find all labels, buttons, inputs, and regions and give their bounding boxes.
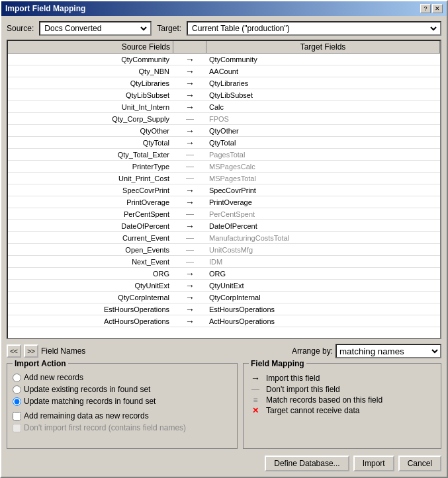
table-scroll-area[interactable]: QtyCommunity→QtyCommunityQty_NBN→AACount… — [8, 54, 440, 338]
arrow-cell: — — [173, 114, 206, 124]
source-field-cell: PrintOverage — [8, 198, 173, 206]
import-action-radio[interactable] — [13, 374, 21, 382]
cannot-receive-icon: ✕ — [252, 406, 259, 415]
table-row[interactable]: Unit_Int_Intern→Calc — [8, 101, 440, 113]
import-action-radio[interactable] — [13, 385, 21, 394]
field-mapping-title: Field Mapping — [249, 359, 306, 368]
match-records-icon: ≡ — [253, 395, 257, 405]
radio-label: Update existing records in found set — [24, 385, 150, 394]
prev-button[interactable]: << — [7, 344, 21, 358]
target-combo[interactable]: Current Table ("production") — [187, 21, 441, 36]
table-row[interactable]: ActHoursOperations→ActHoursOperations — [8, 315, 440, 327]
add-remaining-row: Add remaining data as new records Don't … — [13, 411, 232, 432]
dont-import-first-label: Don't import first record (contains fiel… — [24, 423, 186, 432]
table-row[interactable]: DateOfPercent→DateOfPercent — [8, 220, 440, 232]
import-action-panel: Import Action Add new recordsUpdate exis… — [7, 363, 238, 449]
arrow-cell: → — [173, 292, 206, 303]
target-field-cell: PerCentSpent — [206, 210, 440, 218]
import-arrow-icon: → — [185, 102, 195, 112]
table-row[interactable]: Next_Event—IDM — [8, 256, 440, 268]
table-row[interactable]: QtyOther→QtyOther — [8, 125, 440, 137]
source-select[interactable]: Docs Converted — [42, 23, 149, 34]
field-names-label: Field Names — [41, 346, 85, 356]
target-select[interactable]: Current Table ("production") — [189, 23, 439, 34]
arrow-cell: → — [173, 78, 206, 89]
no-import-dash-icon: — — [186, 210, 194, 219]
arrange-label: Arrange by: — [292, 346, 333, 356]
table-row[interactable]: QtyUnitExt→QtyUnitExt — [8, 280, 440, 292]
arrow-cell: → — [173, 221, 206, 231]
target-field-cell: AACount — [206, 67, 440, 75]
table-row[interactable]: PerCentSpent—PerCentSpent — [8, 208, 440, 220]
import-field-icon: → — [251, 373, 260, 383]
define-database-button[interactable]: Define Database... — [265, 456, 349, 471]
source-field-cell: Next_Event — [8, 258, 173, 266]
no-import-dash-icon: — — [186, 257, 194, 266]
source-combo[interactable]: Docs Converted — [39, 21, 152, 36]
table-row[interactable]: Unit_Print_Cost—MSPagesTotal — [8, 173, 440, 184]
action-buttons: Define Database... Import Cancel — [265, 456, 441, 471]
field-mapping-table: Source Fields Target Fields QtyCommunity… — [7, 40, 441, 339]
source-field-cell: Unit_Int_Intern — [8, 103, 173, 111]
mapping-legend-row: —Don't import this field — [249, 385, 435, 394]
dont-import-icon: — — [251, 385, 259, 394]
arrow-cell: — — [173, 162, 206, 171]
source-field-cell: EstHoursOperations — [8, 305, 173, 313]
add-remaining-label: Add remaining data as new records — [24, 411, 149, 420]
next-button[interactable]: >> — [24, 344, 38, 358]
source-field-cell: ORG — [8, 270, 173, 278]
table-row[interactable]: PrintOverage→PrintOverage — [8, 196, 440, 208]
source-field-cell: DateOfPercent — [8, 222, 173, 230]
no-import-dash-icon: — — [186, 233, 194, 243]
target-field-cell: PrintOverage — [206, 198, 440, 206]
close-button[interactable]: ✕ — [432, 4, 443, 13]
import-arrow-icon: → — [185, 304, 195, 315]
table-row[interactable]: Qty_Corp_Supply—FPOS — [8, 113, 440, 125]
source-field-cell: QtyLibSubset — [8, 91, 173, 99]
source-field-cell: Qty_Total_Exter — [8, 151, 173, 159]
arrow-cell: — — [173, 150, 206, 159]
import-arrow-icon: → — [185, 280, 195, 291]
table-row[interactable]: QtyCommunity→QtyCommunity — [8, 54, 440, 65]
table-row[interactable]: Qty_NBN→AACount — [8, 65, 440, 77]
table-body-area: QtyCommunity→QtyCommunityQty_NBN→AACount… — [8, 54, 440, 338]
import-arrow-icon: → — [185, 292, 195, 303]
source-field-cell: SpecCovrPrint — [8, 186, 173, 194]
mapping-legend-row: →Import this field — [249, 373, 435, 383]
table-row[interactable]: Qty_Total_Exter—PagesTotal — [8, 149, 440, 161]
table-row[interactable]: QtyLibraries→QtyLibraries — [8, 77, 440, 89]
target-field-cell: PagesTotal — [206, 151, 440, 159]
table-row[interactable]: EstHoursOperations→EstHoursOperations — [8, 303, 440, 315]
arrow-cell: — — [173, 210, 206, 219]
import-action-radio[interactable] — [13, 397, 21, 406]
target-field-cell: QtyOther — [206, 127, 440, 135]
source-field-cell: PerCentSpent — [8, 210, 173, 218]
radio-option-row: Update existing records in found set — [13, 385, 232, 394]
table-row[interactable]: Current_Event—ManufacturingCostsTotal — [8, 232, 440, 244]
table-row[interactable]: Open_Events—UnitCostsMfg — [8, 244, 440, 256]
arrange-select[interactable]: matching namesfield ordercreation order — [336, 344, 441, 358]
source-field-cell: QtyOther — [8, 127, 173, 135]
table-row[interactable]: QtyLibSubset→QtyLibSubset — [8, 89, 440, 101]
dont-import-first-checkbox — [13, 424, 21, 432]
title-bar: Import Field Mapping ? ✕ — [1, 1, 447, 16]
table-row[interactable]: ORG→ORG — [8, 268, 440, 280]
table-header: Source Fields Target Fields — [8, 41, 440, 54]
help-button[interactable]: ? — [420, 4, 431, 13]
mapping-legend-label: Don't import this field — [266, 385, 340, 394]
table-row[interactable]: SpecCovrPrint→SpecCovrPrint — [8, 184, 440, 196]
source-field-cell: Unit_Print_Cost — [8, 175, 173, 182]
arrow-cell: → — [173, 66, 206, 77]
mapping-legend-row: ≡Match records based on this field — [249, 395, 435, 405]
target-field-cell: DateOfPercent — [206, 222, 440, 230]
source-fields-header: Source Fields — [8, 41, 173, 53]
table-row[interactable]: QtyCorpInternal→QtyCorpInternal — [8, 292, 440, 303]
cancel-button[interactable]: Cancel — [398, 456, 441, 471]
no-import-dash-icon: — — [186, 162, 194, 171]
add-remaining-checkbox[interactable] — [13, 412, 21, 420]
target-field-cell: Calc — [206, 103, 440, 111]
import-button[interactable]: Import — [353, 456, 394, 471]
import-arrow-icon: → — [185, 54, 195, 65]
table-row[interactable]: PrinterType—MSPagesCalc — [8, 161, 440, 173]
table-row[interactable]: QtyTotal→QtyTotal — [8, 137, 440, 149]
